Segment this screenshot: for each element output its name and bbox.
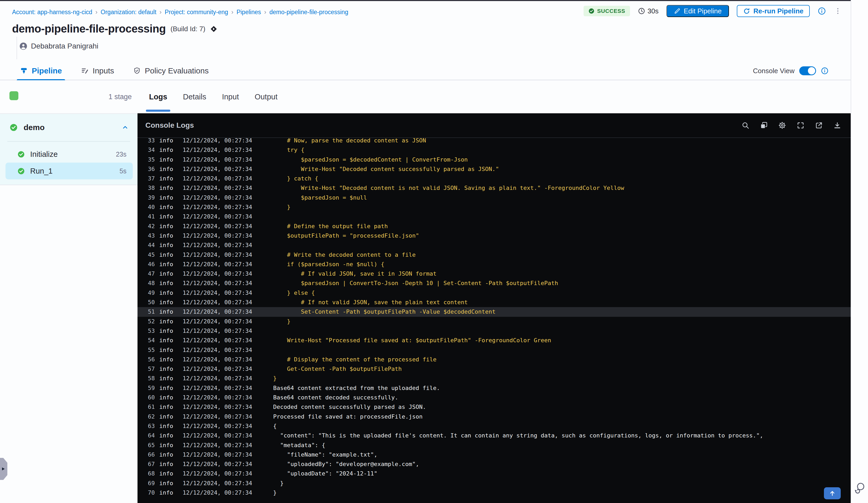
breadcrumb-separator: › (261, 8, 269, 16)
log-row[interactable]: 53info12/12/2024, 00:27:34 (137, 326, 851, 336)
console-panel: Console Logs 33info12/12/2024, 00:27:34 … (137, 113, 851, 503)
log-line-number: 69 (137, 479, 155, 488)
log-row[interactable]: 60info12/12/2024, 00:27:34Base64 content… (137, 393, 851, 402)
search-icon[interactable] (742, 122, 750, 129)
rerun-pipeline-button[interactable]: Re-run Pipeline (737, 5, 810, 17)
log-row[interactable]: 57info12/12/2024, 00:27:34 Get-Content -… (137, 364, 851, 374)
log-row[interactable]: 47info12/12/2024, 00:27:34 # If valid JS… (137, 269, 851, 279)
settings-icon[interactable] (778, 122, 786, 129)
log-tab-logs[interactable]: Logs (149, 80, 167, 113)
log-level: info (159, 326, 173, 336)
log-level: info (159, 431, 173, 440)
log-row[interactable]: 59info12/12/2024, 00:27:34Base64 content… (137, 384, 851, 393)
log-line-number: 58 (137, 374, 155, 383)
log-line-number: 50 (137, 298, 155, 307)
log-line-number: 56 (137, 355, 155, 364)
log-timestamp: 12/12/2024, 00:27:34 (183, 393, 252, 402)
log-row[interactable]: 41info12/12/2024, 00:27:34 (137, 212, 851, 221)
log-level: info (159, 402, 173, 412)
log-timestamp: 12/12/2024, 00:27:34 (183, 374, 252, 383)
log-row[interactable]: 36info12/12/2024, 00:27:34 Write-Host "D… (137, 165, 851, 174)
support-chat-icon[interactable] (854, 482, 865, 494)
chevron-up-icon[interactable] (122, 124, 128, 131)
log-row[interactable]: 44info12/12/2024, 00:27:34 (137, 241, 851, 250)
breadcrumb-link[interactable]: Pipelines (236, 9, 261, 16)
log-timestamp: 12/12/2024, 00:27:34 (183, 450, 252, 460)
log-row[interactable]: 37info12/12/2024, 00:27:34 } catch { (137, 174, 851, 183)
log-tab-input[interactable]: Input (222, 80, 239, 113)
log-row[interactable]: 58info12/12/2024, 00:27:34} (137, 374, 851, 383)
fullscreen-icon[interactable] (797, 122, 805, 129)
log-row[interactable]: 66info12/12/2024, 00:27:34 "fileName": "… (137, 450, 851, 460)
open-in-new-icon[interactable] (815, 122, 823, 129)
download-icon[interactable] (833, 122, 841, 129)
log-row[interactable]: 67info12/12/2024, 00:27:34 "uploadedBy":… (137, 460, 851, 469)
edit-pipeline-button[interactable]: Edit Pipeline (666, 5, 729, 17)
log-row[interactable]: 63info12/12/2024, 00:27:34{ (137, 421, 851, 431)
step-row-run_1[interactable]: Run_15s (6, 163, 133, 179)
tab-pipeline[interactable]: Pipeline (20, 62, 62, 80)
log-tab-output[interactable]: Output (255, 80, 277, 113)
log-row[interactable]: 45info12/12/2024, 00:27:34 # Write the d… (137, 250, 851, 260)
stage-status-square[interactable] (9, 91, 18, 100)
log-row[interactable]: 54info12/12/2024, 00:27:34 Write-Host "P… (137, 336, 851, 345)
log-text: Processed file saved at: processedFile.j… (273, 413, 423, 420)
stage-name: demo (24, 123, 45, 132)
log-row[interactable]: 68info12/12/2024, 00:27:34 "uploadDate":… (137, 469, 851, 478)
log-row[interactable]: 64info12/12/2024, 00:27:34 "content": "T… (137, 431, 851, 440)
title-row: demo-pipeline-file-processing (Build Id:… (12, 23, 217, 35)
log-row[interactable]: 52info12/12/2024, 00:27:34 } (137, 317, 851, 326)
scroll-to-top-button[interactable] (824, 487, 841, 499)
main-tabs: PipelineInputsPolicy Evaluations (20, 62, 209, 80)
log-timestamp: 12/12/2024, 00:27:34 (183, 279, 252, 288)
log-row[interactable]: 69info12/12/2024, 00:27:34 } (137, 479, 851, 488)
info-icon[interactable] (818, 7, 826, 15)
log-row[interactable]: 51info12/12/2024, 00:27:34 Set-Content -… (137, 307, 851, 316)
console-header: Console Logs (137, 113, 851, 138)
log-level: info (159, 145, 173, 155)
breadcrumb-link[interactable]: Account: app-harness-ng-cicd (12, 9, 92, 16)
console-view-toggle[interactable] (799, 66, 816, 75)
avatar (19, 42, 27, 50)
log-row[interactable]: 39info12/12/2024, 00:27:34 $parsedJson =… (137, 193, 851, 202)
log-row[interactable]: 43info12/12/2024, 00:27:34 $outputFilePa… (137, 231, 851, 241)
log-row[interactable]: 40info12/12/2024, 00:27:34 } (137, 202, 851, 212)
log-row[interactable]: 35info12/12/2024, 00:27:34 $parsedJson =… (137, 155, 851, 165)
log-line-number: 68 (137, 469, 155, 478)
log-tab-details[interactable]: Details (183, 80, 206, 113)
breadcrumb-link[interactable]: Organization: default (101, 9, 156, 16)
breadcrumb-link[interactable]: Project: community-eng (165, 9, 228, 16)
console-view-info-icon[interactable] (821, 67, 829, 75)
stage-row-demo[interactable]: demo (0, 114, 137, 141)
breadcrumb-link[interactable]: demo-pipeline-file-processing (269, 9, 348, 16)
log-row[interactable]: 62info12/12/2024, 00:27:34Processed file… (137, 412, 851, 421)
log-row[interactable]: 34info12/12/2024, 00:27:34 try { (137, 145, 851, 155)
log-level: info (159, 336, 173, 345)
step-row-initialize[interactable]: Initialize23s (6, 146, 133, 163)
log-row[interactable]: 55info12/12/2024, 00:27:34 (137, 345, 851, 355)
log-row[interactable]: 65info12/12/2024, 00:27:34 "metadata": { (137, 441, 851, 450)
log-level: info (159, 288, 173, 298)
log-row[interactable]: 42info12/12/2024, 00:27:34 # Define the … (137, 222, 851, 231)
kebab-menu-icon[interactable] (834, 7, 842, 15)
log-line-number: 66 (137, 450, 155, 460)
log-row[interactable]: 38info12/12/2024, 00:27:34 Write-Host "D… (137, 183, 851, 193)
log-text: "uploadedBy": "developer@example.com", (273, 461, 419, 467)
log-row[interactable]: 48info12/12/2024, 00:27:34 $parsedJson |… (137, 279, 851, 288)
copy-icon[interactable] (760, 122, 768, 129)
main-tabs-row: PipelineInputsPolicy Evaluations Console… (0, 62, 851, 80)
tab-inputs[interactable]: Inputs (81, 62, 114, 80)
log-row[interactable]: 50info12/12/2024, 00:27:34 # If not vali… (137, 298, 851, 307)
log-level: info (159, 279, 173, 288)
log-level: info (159, 364, 173, 374)
log-line-number: 34 (137, 145, 155, 155)
tab-policy-evaluations[interactable]: Policy Evaluations (133, 62, 209, 80)
log-line-number: 63 (137, 421, 155, 431)
console-title: Console Logs (137, 121, 194, 129)
log-row[interactable]: 56info12/12/2024, 00:27:34 # Display the… (137, 355, 851, 364)
console-log-lines[interactable]: 33info12/12/2024, 00:27:34 # Now, parse … (137, 136, 851, 497)
log-row[interactable]: 70info12/12/2024, 00:27:34} (137, 488, 851, 497)
log-row[interactable]: 46info12/12/2024, 00:27:34 if ($parsedJs… (137, 260, 851, 269)
log-row[interactable]: 49info12/12/2024, 00:27:34 } else { (137, 288, 851, 298)
log-row[interactable]: 61info12/12/2024, 00:27:34Decoded conten… (137, 402, 851, 412)
